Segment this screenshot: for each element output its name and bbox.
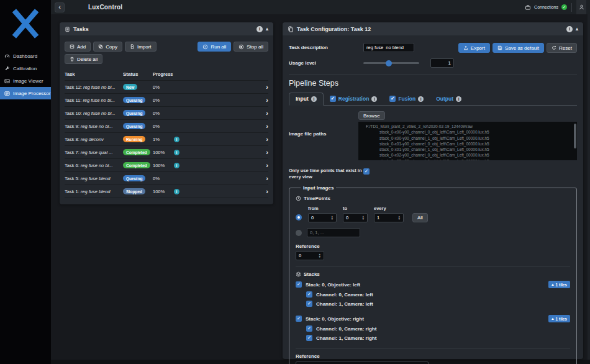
- task-description-input[interactable]: [363, 43, 414, 52]
- tab-fusion[interactable]: ✓ Fusion i: [383, 93, 430, 105]
- task-name: reg fuse blend: [81, 176, 111, 181]
- to-input[interactable]: 0 ▲▼: [343, 213, 368, 222]
- progress-value: 1%: [153, 137, 174, 142]
- task-name: reg fuse no bl...: [83, 84, 116, 90]
- table-row[interactable]: Task 7:reg fuse qual ... Completed 100% …: [65, 146, 268, 159]
- col-progress: Progress: [153, 71, 174, 77]
- channel-checkbox[interactable]: ✓: [306, 335, 312, 341]
- sidebar-item-dashboard[interactable]: Dashboard: [0, 50, 51, 62]
- info-icon[interactable]: i: [174, 137, 179, 142]
- sidebar-item-calibration[interactable]: Calibration: [0, 62, 51, 75]
- browse-button[interactable]: Browse: [358, 111, 385, 120]
- spinner-icon[interactable]: ▲▼: [398, 216, 401, 221]
- table-row[interactable]: Task 9:reg fuse no bl... Queuing 0% ›: [65, 120, 268, 133]
- stack-right-checkbox[interactable]: ✓: [296, 316, 302, 322]
- spinner-icon[interactable]: ▲▼: [319, 253, 321, 258]
- info-icon[interactable]: i: [174, 189, 179, 194]
- sidebar-item-label: Image Processor: [13, 91, 50, 96]
- slider-thumb[interactable]: [386, 60, 392, 66]
- info-icon[interactable]: i: [456, 96, 461, 102]
- info-icon[interactable]: i: [566, 26, 573, 32]
- timepoints-list-radio[interactable]: [296, 230, 302, 236]
- info-icon[interactable]: i: [418, 96, 424, 102]
- status-badge: Queuing: [123, 110, 145, 116]
- add-button[interactable]: Add: [65, 42, 91, 52]
- table-row[interactable]: Task 10:reg fuse no bl... Queuing 0% ›: [65, 107, 268, 120]
- table-row[interactable]: Task 11:reg fuse no bl... Queuing 0% ›: [65, 94, 268, 107]
- timepoints-list-input[interactable]: [307, 228, 360, 237]
- pipeline-steps-title: Pipeline Steps: [289, 79, 577, 88]
- spinner-icon[interactable]: ▲▼: [362, 216, 365, 221]
- timepoints-range-radio[interactable]: [296, 214, 302, 221]
- connections-status[interactable]: Connections ✓: [525, 4, 567, 11]
- table-row[interactable]: Task 1:reg fuse blend Stopped 100% i ›: [65, 185, 268, 198]
- tab-input[interactable]: Input i: [289, 93, 324, 106]
- stack-left-checkbox[interactable]: ✓: [296, 281, 302, 288]
- user-button[interactable]: [576, 0, 586, 14]
- info-icon[interactable]: i: [311, 96, 317, 102]
- image-file-paths-box[interactable]: F:/TD1_Moni_plant_2_vtiles_2_rot\2020-02…: [358, 122, 577, 160]
- chevron-up-icon: ▴: [551, 316, 553, 321]
- chevron-right-icon[interactable]: ›: [188, 136, 268, 142]
- table-row[interactable]: Task 5:reg fuse blend Queuing 0% ›: [65, 172, 268, 185]
- stack-reference-select[interactable]: Stack: 0-x00-y00, Objective: left, Chann…: [296, 362, 429, 364]
- run-all-button[interactable]: Run all: [197, 42, 231, 52]
- only-use-timepoints-checkbox[interactable]: ✓: [363, 168, 370, 175]
- chevron-right-icon[interactable]: ›: [188, 175, 268, 181]
- paths-scrollbar[interactable]: [574, 124, 576, 148]
- export-button[interactable]: Export: [458, 43, 490, 53]
- usage-level-value[interactable]: 1: [430, 58, 454, 68]
- spinner-icon[interactable]: ▲▼: [331, 216, 334, 221]
- tab-registration[interactable]: ✓ Registration i: [324, 93, 384, 105]
- sidebar-item-image-processor[interactable]: Image Processor: [0, 87, 51, 99]
- chevron-right-icon[interactable]: ›: [188, 188, 268, 194]
- page-scrollbar[interactable]: [588, 14, 590, 364]
- delete-all-button[interactable]: Delete all: [65, 54, 102, 64]
- every-input[interactable]: 1 ▲▼: [374, 213, 404, 222]
- chevron-right-icon[interactable]: ›: [188, 162, 268, 168]
- table-row[interactable]: Task 6:reg fuse no bl... Completed 100% …: [65, 159, 268, 172]
- info-icon[interactable]: i: [174, 150, 179, 155]
- path-line: stack_0-x02-y00_channel_0_obj_left\Cam_L…: [358, 152, 577, 158]
- sidebar-item-image-viewer[interactable]: Image Viewer: [0, 75, 51, 87]
- topbar-divider: [571, 3, 572, 12]
- info-icon[interactable]: i: [371, 96, 377, 102]
- import-icon: [130, 44, 135, 49]
- info-icon[interactable]: i: [174, 163, 179, 168]
- tiles-collapse-button[interactable]: ▴ 1 tiles: [548, 281, 570, 288]
- task-prefix: Task 5:: [65, 176, 79, 181]
- fusion-checkbox[interactable]: ✓: [389, 96, 396, 102]
- reset-button[interactable]: Reset: [547, 43, 577, 53]
- import-button[interactable]: Import: [125, 42, 157, 52]
- info-icon[interactable]: i: [256, 26, 263, 32]
- channel-checkbox[interactable]: ✓: [306, 291, 312, 298]
- save-as-default-button[interactable]: Save as default: [492, 43, 544, 53]
- channel-checkbox[interactable]: ✓: [306, 325, 312, 332]
- all-button[interactable]: All: [412, 213, 428, 222]
- stop-all-button[interactable]: Stop all: [234, 42, 268, 52]
- sidebar-item-label: Calibration: [13, 66, 37, 71]
- collapse-icon[interactable]: ▴: [266, 26, 268, 32]
- chevron-right-icon[interactable]: ›: [188, 123, 268, 129]
- chevron-right-icon[interactable]: ›: [188, 97, 268, 103]
- table-row[interactable]: Task 12:reg fuse no bl... New 0% ›: [65, 81, 268, 94]
- table-row[interactable]: Task 8:reg deconv Running 1% i ›: [65, 133, 268, 146]
- back-button[interactable]: ‹: [55, 2, 65, 12]
- copy-button[interactable]: Copy: [93, 42, 122, 52]
- timepoints-reference-input[interactable]: 0 ▲▼: [296, 251, 324, 260]
- path-line: F:/TD1_Moni_plant_2_vtiles_2_rot\2020-02…: [358, 124, 577, 129]
- collapse-icon[interactable]: ▴: [576, 26, 578, 32]
- chevron-right-icon[interactable]: ›: [188, 149, 268, 155]
- task-prefix: Task 12:: [65, 84, 82, 90]
- usage-level-slider[interactable]: [363, 58, 419, 68]
- app-title: LuxControl: [88, 4, 122, 11]
- registration-checkbox[interactable]: ✓: [330, 96, 336, 102]
- from-input[interactable]: 0 ▲▼: [308, 213, 337, 222]
- tiles-collapse-button[interactable]: ▴ 1 tiles: [548, 315, 570, 322]
- chevron-right-icon[interactable]: ›: [188, 84, 268, 90]
- channel-checkbox[interactable]: ✓: [306, 301, 312, 307]
- input-images-legend: Input Images: [301, 185, 336, 191]
- divider: [296, 348, 570, 349]
- chevron-right-icon[interactable]: ›: [188, 110, 268, 116]
- tab-output[interactable]: Output i: [430, 93, 468, 105]
